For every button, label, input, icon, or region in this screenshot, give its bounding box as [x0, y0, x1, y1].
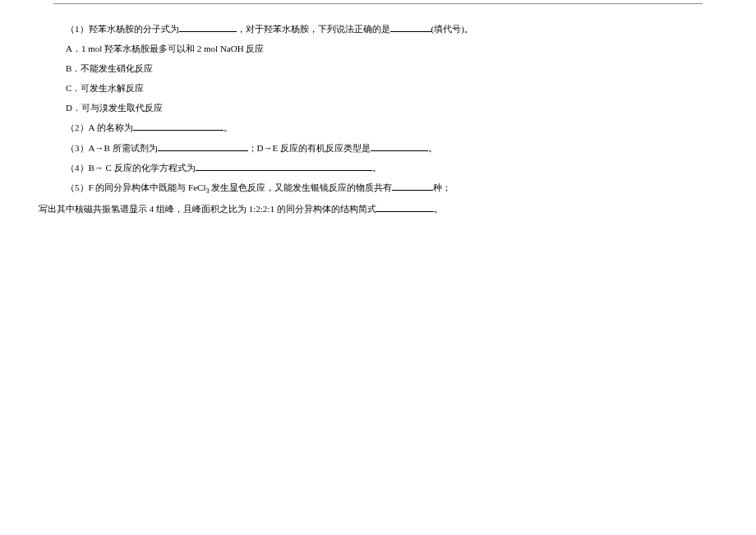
blank-count: [392, 182, 433, 191]
q3-mid: ；D→E 反应的有机反应类型是: [248, 143, 371, 153]
blank-answer-code: [390, 23, 431, 32]
question-2: （2）A 的名称为。: [66, 118, 690, 137]
question-4: （4）B→ C 反应的化学方程式为。: [66, 159, 690, 178]
blank-equation: [196, 162, 372, 171]
question-5b: 写出其中核磁共振氢谱显示 4 组峰，且峰面积之比为 1:2:2:1 的同分异构体…: [39, 200, 690, 219]
question-1: （1）羟苯水杨胺的分子式为，对于羟苯水杨胺，下列说法正确的是(填代号)。: [66, 20, 690, 39]
blank-molecular-formula: [179, 23, 237, 32]
q1-prefix: （1）羟苯水杨胺的分子式为: [66, 24, 179, 34]
q1-suffix: (填代号)。: [431, 24, 473, 34]
q5b-prefix: 写出其中核磁共振氢谱显示 4 组峰，且峰面积之比为 1:2:2:1 的同分异构体…: [39, 204, 376, 214]
option-c: C．可发生水解反应: [66, 79, 690, 98]
blank-structure: [376, 203, 434, 212]
q5-suffix: 种；: [433, 182, 451, 192]
question-5: （5）F 的同分异构体中既能与 FeCl3 发生显色反应，又能发生银镜反应的物质…: [66, 178, 690, 199]
q5-mid: 发生显色反应，又能发生银镜反应的物质共有: [210, 182, 393, 192]
q1-mid: ，对于羟苯水杨胺，下列说法正确的是: [237, 24, 390, 34]
q5b-suffix: 。: [434, 204, 443, 214]
option-a: A．1 mol 羟苯水杨胺最多可以和 2 mol NaOH 反应: [66, 39, 690, 58]
option-d: D．可与溴发生取代反应: [66, 99, 690, 118]
q2-prefix: （2）A 的名称为: [66, 122, 133, 132]
blank-name-a: [133, 122, 224, 131]
blank-reaction-type: [371, 142, 428, 151]
q3-suffix: 。: [428, 143, 437, 153]
q3-prefix: （3）A→B 所需试剂为: [66, 143, 158, 153]
question-3: （3）A→B 所需试剂为；D→E 反应的有机反应类型是。: [66, 139, 690, 158]
q4-suffix: 。: [372, 163, 381, 173]
document-content: （1）羟苯水杨胺的分子式为，对于羟苯水杨胺，下列说法正确的是(填代号)。 A．1…: [66, 20, 690, 219]
option-b: B．不能发生硝化反应: [66, 59, 690, 78]
q4-prefix: （4）B→ C 反应的化学方程式为: [66, 163, 196, 173]
blank-reagent: [158, 142, 248, 151]
q5-prefix: （5）F 的同分异构体中既能与 FeCl: [66, 182, 206, 192]
q2-suffix: 。: [224, 122, 233, 132]
